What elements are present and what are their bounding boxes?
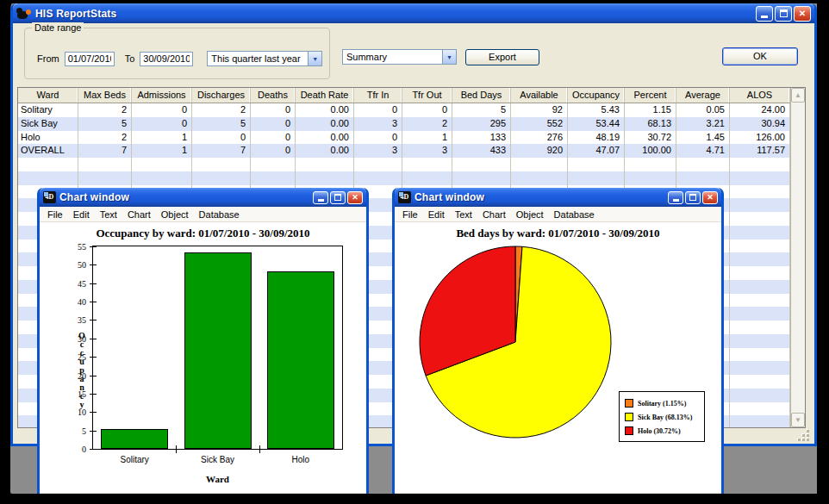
period-dropdown[interactable]: This quarter last year ▼ [207, 51, 322, 66]
report-type-dropdown[interactable]: Summary ▼ [342, 49, 457, 65]
table-row[interactable]: Sick Bay50500.003229555253.4468.133.2130… [18, 117, 790, 131]
table-cell: 0.05 [676, 103, 730, 117]
minimize-button[interactable] [668, 191, 683, 204]
chart-titlebar[interactable]: 4D Chart window ✕ [40, 188, 366, 207]
table-cell: 3 [402, 144, 452, 158]
table-cell [78, 158, 132, 171]
y-tick-mark [90, 449, 97, 450]
column-header-bed-days[interactable]: Bed Days [452, 88, 511, 103]
table-cell: 48.19 [568, 131, 625, 145]
table-cell [730, 375, 790, 389]
menu-item-chart[interactable]: Chart [477, 208, 511, 221]
scroll-down-icon[interactable]: ▼ [791, 413, 805, 427]
menu-item-file[interactable]: File [397, 208, 423, 221]
chart-window-title: Chart window [414, 191, 664, 203]
table-cell [354, 158, 402, 171]
column-header-deaths[interactable]: Deaths [251, 88, 296, 103]
legend-swatch [625, 399, 633, 408]
ok-button[interactable]: OK [722, 47, 798, 65]
table-cell: 3.21 [676, 117, 730, 131]
table-empty-row[interactable] [18, 158, 790, 171]
resize-grip[interactable] [796, 429, 809, 441]
maximize-button[interactable] [330, 191, 346, 204]
menu-item-edit[interactable]: Edit [68, 208, 95, 221]
close-button[interactable]: ✕ [347, 191, 363, 204]
table-cell: 2 [192, 103, 251, 117]
menu-item-object[interactable]: Object [511, 208, 549, 221]
column-header-discharges[interactable]: Discharges [192, 88, 251, 103]
chart-titlebar[interactable]: 4D Chart window ✕ [395, 188, 721, 207]
minimize-button[interactable] [756, 6, 773, 22]
x-tick-mark [176, 445, 177, 453]
table-cell [511, 158, 568, 171]
column-header-average[interactable]: Average [676, 88, 730, 103]
column-header-occupancy[interactable]: Occupancy [568, 88, 625, 103]
table-row[interactable]: Holo21000.000113327648.1930.721.45126.00 [18, 131, 790, 145]
maximize-button[interactable] [775, 6, 792, 22]
menu-item-text[interactable]: Text [450, 208, 477, 221]
column-header-admissions[interactable]: Admissions [132, 88, 192, 103]
x-category-label: Sick Bay [201, 455, 234, 464]
chart-menubar: FileEditTextChartObjectDatabase [40, 207, 366, 222]
table-cell: Solitary [18, 103, 78, 117]
close-button[interactable]: ✕ [794, 6, 811, 22]
table-cell [296, 171, 354, 185]
table-cell: 0 [251, 144, 296, 158]
close-button[interactable]: ✕ [702, 191, 718, 204]
main-titlebar[interactable]: HIS ReportStats ✕ [13, 3, 814, 23]
menu-item-chart[interactable]: Chart [122, 208, 156, 221]
window-title: HIS ReportStats [35, 8, 752, 20]
minimize-button[interactable] [313, 191, 328, 204]
column-header-alos[interactable]: ALOS [730, 88, 790, 103]
table-cell: 0 [251, 131, 296, 145]
column-header-percent[interactable]: Percent [625, 88, 676, 103]
table-row[interactable]: Solitary20200.00005925.431.150.0524.00 [18, 103, 790, 117]
column-header-death-rate[interactable]: Death Rate [296, 88, 354, 103]
table-cell [730, 334, 790, 348]
table-empty-row[interactable] [18, 171, 790, 185]
table-cell [625, 158, 676, 171]
y-tick-label: 55 [65, 242, 86, 252]
table-cell [511, 171, 568, 185]
menu-item-text[interactable]: Text [95, 208, 122, 221]
menu-item-file[interactable]: File [42, 208, 68, 221]
table-cell: OVERALL [18, 144, 78, 158]
menu-item-database[interactable]: Database [549, 208, 600, 221]
menu-item-object[interactable]: Object [156, 208, 194, 221]
column-header-available[interactable]: Available [511, 88, 568, 103]
scroll-up-icon[interactable]: ▲ [791, 88, 805, 103]
legend-entry: Solitary (1.15%) [625, 396, 701, 410]
y-tick-mark [90, 246, 97, 247]
table-cell [676, 158, 730, 171]
column-header-ward[interactable]: Ward [18, 88, 78, 103]
table-cell: 30.72 [625, 131, 676, 145]
date-range-label: Date range [32, 22, 84, 33]
table-scrollbar[interactable]: ▲ ▼ [790, 88, 805, 427]
y-tick-label: 30 [65, 333, 86, 343]
table-cell [730, 307, 790, 320]
export-button[interactable]: Export [465, 49, 539, 65]
to-date-input[interactable] [140, 52, 193, 66]
table-cell: Holo [18, 131, 78, 145]
table-cell: 2 [78, 131, 132, 145]
y-tick-label: 35 [65, 315, 86, 325]
menu-item-edit[interactable]: Edit [423, 208, 450, 221]
table-cell [18, 158, 78, 171]
table-cell [730, 402, 790, 416]
maximize-button[interactable] [685, 191, 701, 204]
y-tick-mark [90, 320, 97, 320]
table-cell [676, 171, 730, 185]
column-header-tfr-out[interactable]: Tfr Out [402, 88, 452, 103]
table-cell: 552 [511, 117, 568, 131]
column-header-tfr-in[interactable]: Tfr In [354, 88, 402, 103]
table-row[interactable]: OVERALL71700.003343392047.07100.004.7111… [18, 144, 790, 158]
table-cell: 100.00 [625, 144, 676, 158]
table-cell: 0.00 [296, 117, 354, 131]
table-cell [354, 171, 402, 185]
table-cell: 4.71 [676, 144, 730, 158]
menu-item-database[interactable]: Database [194, 208, 245, 221]
from-date-input[interactable] [65, 52, 115, 66]
table-cell: 0.00 [296, 131, 354, 145]
4d-icon: 4D [398, 191, 411, 203]
column-header-max-beds[interactable]: Max Beds [78, 88, 132, 103]
